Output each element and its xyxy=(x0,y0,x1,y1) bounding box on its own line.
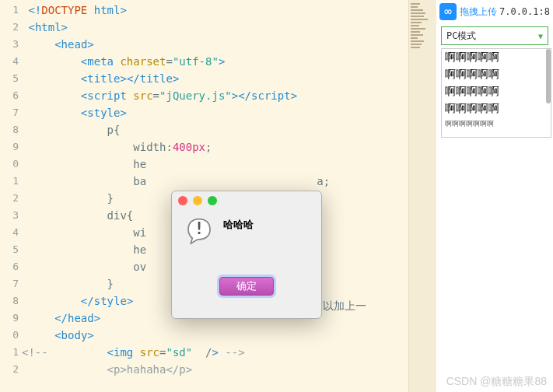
mode-dropdown[interactable]: PC模式 ▼ xyxy=(441,26,548,45)
ip-address: 7.0.0.1:8 xyxy=(499,6,550,17)
alert-dialog: ! 哈哈哈 确定 xyxy=(171,191,322,319)
preview-text: 啊啊啊啊啊 xyxy=(442,83,551,100)
preview-header: ∞ 拖拽上传 7.0.0.1:8 xyxy=(436,0,553,23)
line-number: 2 xyxy=(0,19,22,36)
alert-message: 哈哈哈 xyxy=(223,216,254,249)
line-number: 9 xyxy=(0,138,22,156)
line-number: 4 xyxy=(0,224,22,241)
line-number: 7 xyxy=(0,104,22,121)
titlebar xyxy=(172,191,321,210)
line-number: 7 xyxy=(0,275,22,292)
preview-text: 啊啊啊啊啊 xyxy=(442,49,551,66)
close-icon[interactable] xyxy=(178,196,187,205)
mode-value: PC模式 xyxy=(446,30,476,43)
maximize-icon[interactable] xyxy=(208,196,217,205)
line-number: 5 xyxy=(0,241,22,258)
line-number: 2 xyxy=(0,361,22,378)
line-number: 1 xyxy=(0,173,22,190)
line-number: 0 xyxy=(0,327,22,344)
line-number: 6 xyxy=(0,258,22,275)
line-number: 3 xyxy=(0,36,22,53)
upload-label[interactable]: 拖拽上传 xyxy=(460,5,497,19)
preview-text: 啊啊啊啊啊啊啊 xyxy=(442,117,551,131)
preview-panel: ∞ 拖拽上传 7.0.0.1:8 PC模式 ▼ 啊啊啊啊啊 啊啊啊啊啊 啊啊啊啊… xyxy=(436,0,553,392)
line-number: 5 xyxy=(0,70,22,87)
chevron-down-icon: ▼ xyxy=(538,32,543,40)
minimize-icon[interactable] xyxy=(193,196,202,205)
line-gutter: 1 2 3 4 5 6 7 8 9 0 1 2 3 4 5 6 7 8 9 0 … xyxy=(0,0,22,392)
line-number: 4 xyxy=(0,53,22,70)
line-number: 2 xyxy=(0,190,22,207)
line-number: 1 xyxy=(0,344,22,361)
minimap[interactable] xyxy=(408,0,436,392)
scrollbar[interactable] xyxy=(546,49,551,103)
watermark: CSDN @糖糖糖果88 xyxy=(446,375,547,389)
ok-button[interactable]: 确定 xyxy=(219,277,274,296)
line-number: 6 xyxy=(0,87,22,104)
line-number: 8 xyxy=(0,292,22,310)
alert-icon: ! xyxy=(183,216,215,249)
line-number: 8 xyxy=(0,121,22,138)
upload-icon[interactable]: ∞ xyxy=(439,3,457,20)
preview-viewport: 啊啊啊啊啊 啊啊啊啊啊 啊啊啊啊啊 啊啊啊啊啊 啊啊啊啊啊啊啊 xyxy=(441,48,551,138)
line-number: 9 xyxy=(0,310,22,327)
line-number: 0 xyxy=(0,156,22,173)
svg-text:!: ! xyxy=(194,219,205,238)
line-number: 1 xyxy=(0,2,22,19)
line-number: 3 xyxy=(0,207,22,224)
preview-text: 啊啊啊啊啊 xyxy=(442,100,551,117)
preview-text: 啊啊啊啊啊 xyxy=(442,66,551,83)
